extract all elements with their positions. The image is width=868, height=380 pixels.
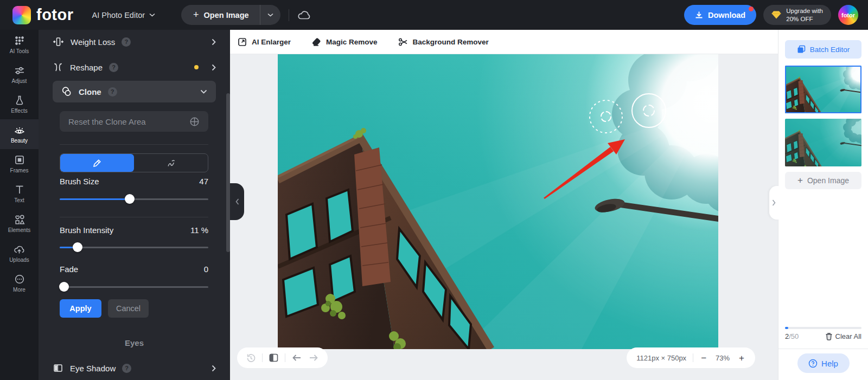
modified-indicator-dot xyxy=(194,65,199,69)
fade-row: Fade 0 xyxy=(60,265,208,274)
brush-intensity-label: Brush Intensity xyxy=(60,226,113,235)
brush-intensity-slider[interactable] xyxy=(60,242,208,252)
download-button[interactable]: Download xyxy=(684,5,756,25)
rail-item-effects[interactable]: Effects xyxy=(0,89,39,119)
beauty-eye-icon xyxy=(14,125,25,136)
help-button[interactable]: Help xyxy=(797,353,850,373)
slider-knob[interactable] xyxy=(59,282,69,292)
rail-item-beauty[interactable]: Beauty xyxy=(0,119,39,149)
eraser-icon xyxy=(311,37,321,47)
diamond-icon xyxy=(771,11,781,19)
help-badge-icon[interactable]: ? xyxy=(109,63,118,72)
apply-button[interactable]: Apply xyxy=(60,299,101,318)
slider-knob[interactable] xyxy=(73,242,82,252)
rail-item-more[interactable]: More xyxy=(0,268,39,298)
zoom-statusbar: 1121px × 750px − 73% + xyxy=(627,347,755,368)
tool-row-clone[interactable]: Clone ? xyxy=(53,81,216,102)
more-icon xyxy=(14,274,25,285)
brush-mode-tabs xyxy=(60,153,208,172)
panel-divider xyxy=(60,144,208,145)
reset-clone-area-button[interactable]: Reset the Clone Area xyxy=(60,111,208,132)
elements-shapes-icon xyxy=(14,214,25,225)
zoom-in-button[interactable]: + xyxy=(738,353,745,363)
panel-divider xyxy=(60,217,208,217)
tool-row-reshape[interactable]: Reshape ? xyxy=(53,58,216,76)
history-icon[interactable] xyxy=(246,353,256,363)
brush-tab-paint[interactable] xyxy=(60,154,134,172)
compare-icon[interactable] xyxy=(269,353,279,363)
ai-tools-icon xyxy=(14,35,25,46)
cloud-sync-icon[interactable] xyxy=(297,10,311,21)
help-badge-icon[interactable]: ? xyxy=(122,37,131,47)
eyes-section-heading: Eyes xyxy=(39,338,230,347)
fade-slider[interactable] xyxy=(60,282,208,292)
rail-item-frames[interactable]: Frames xyxy=(0,149,39,179)
brush-size-value: 47 xyxy=(199,177,208,186)
undo-arrow-icon[interactable] xyxy=(291,353,302,362)
tool-row-eye-shadow[interactable]: Eye Shadow ? xyxy=(53,359,216,377)
rail-item-ai-tools[interactable]: AI Tools xyxy=(0,30,39,60)
rail-item-elements[interactable]: Elements xyxy=(0,209,39,239)
download-label: Download xyxy=(708,11,745,20)
fade-value: 0 xyxy=(204,265,208,274)
tool-rail: AI Tools Adjust Effects Beauty Frames Te… xyxy=(0,30,39,380)
magic-remove-button[interactable]: Magic Remove xyxy=(311,37,378,47)
rail-item-text[interactable]: Text xyxy=(0,179,39,209)
clear-all-button[interactable]: Clear All xyxy=(825,332,861,340)
image-thumbnail[interactable] xyxy=(785,119,861,166)
redo-arrow-icon[interactable] xyxy=(308,353,319,362)
image-count-total: /50 xyxy=(789,332,799,340)
image-thumbnail-selected[interactable] xyxy=(785,66,861,113)
scissors-icon xyxy=(398,37,408,47)
background-remover-button[interactable]: Background Remover xyxy=(398,37,489,47)
open-image-button[interactable]: + Open Image xyxy=(181,5,260,25)
scribble-icon xyxy=(165,158,176,168)
panel-scrollbar[interactable] xyxy=(226,93,230,252)
trash-icon xyxy=(825,332,833,340)
brush-tab-scribble[interactable] xyxy=(134,154,208,172)
slider-track[interactable] xyxy=(60,286,208,288)
batch-panel: Batch Editor + Open Image 2 /50 Clear Al… xyxy=(778,30,868,380)
cancel-button[interactable]: Cancel xyxy=(108,299,149,318)
chevron-down-icon xyxy=(149,13,155,17)
account-avatar[interactable]: fotor xyxy=(838,5,858,25)
image-dimensions: 1121px × 750px xyxy=(636,354,686,362)
batch-editor-button[interactable]: Batch Editor xyxy=(785,40,861,59)
editor-canvas-area: AI Enlarger Magic Remove Background Remo… xyxy=(230,30,778,380)
help-badge-icon[interactable]: ? xyxy=(108,87,117,96)
panel-open-image-button[interactable]: + Open Image xyxy=(785,172,861,189)
progress-fill xyxy=(785,327,788,329)
upgrade-button[interactable]: Upgrade with 20% OFF xyxy=(763,5,831,25)
collapse-panel-handle[interactable] xyxy=(230,183,244,220)
zoom-level: 73% xyxy=(714,354,731,362)
rail-item-adjust[interactable]: Adjust xyxy=(0,60,39,89)
rail-item-uploads[interactable]: Uploads xyxy=(0,239,39,268)
zoom-out-button[interactable]: − xyxy=(700,353,707,363)
clone-icon xyxy=(61,86,72,97)
brush-size-slider[interactable] xyxy=(60,194,208,204)
open-image-dropdown-button[interactable] xyxy=(260,5,280,25)
batch-counter-row: 2 /50 Clear All xyxy=(785,332,861,340)
ai-enlarger-icon xyxy=(238,37,247,47)
reshape-icon xyxy=(53,62,63,73)
chevron-right-icon xyxy=(772,199,776,206)
fotor-logo-icon[interactable] xyxy=(12,6,31,24)
slider-knob[interactable] xyxy=(125,194,135,204)
tool-row-weight-loss[interactable]: Weight Loss ? xyxy=(53,33,216,51)
help-badge-icon[interactable]: ? xyxy=(122,364,131,373)
toolbar-divider xyxy=(285,353,285,362)
quick-tools-toolbar: AI Enlarger Magic Remove Background Remo… xyxy=(230,30,778,54)
expand-panel-handle[interactable] xyxy=(769,186,778,220)
fotor-app: fotor AI Photo Editor + Open Image Downl… xyxy=(0,0,868,380)
ai-enlarger-button[interactable]: AI Enlarger xyxy=(238,37,291,47)
tool-label: Reshape xyxy=(70,63,103,72)
chevron-right-icon xyxy=(212,365,216,372)
plus-icon: + xyxy=(193,9,199,21)
brush-pencil-icon xyxy=(92,158,102,168)
photo-canvas[interactable] xyxy=(278,54,718,349)
adjust-icon xyxy=(14,65,25,76)
panel-divider xyxy=(778,349,868,349)
brand-name: fotor xyxy=(36,6,74,24)
batch-layers-icon xyxy=(797,45,806,54)
workspace-switcher[interactable]: AI Photo Editor xyxy=(92,11,156,20)
